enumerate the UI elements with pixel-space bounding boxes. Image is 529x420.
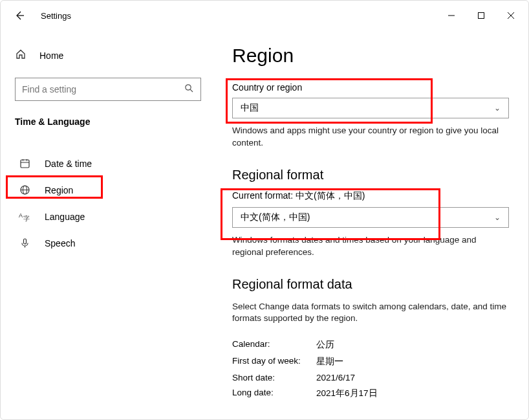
country-label: Country or region [232, 82, 509, 93]
titlebar: Settings [1, 1, 528, 30]
home-button[interactable]: Home [1, 43, 213, 67]
window-title: Settings [41, 11, 71, 21]
svg-rect-1 [479, 13, 484, 19]
country-description: Windows and apps might use your country … [232, 125, 509, 149]
svg-text:字: 字 [23, 215, 30, 222]
format-key: Calendar: [232, 339, 316, 351]
nav-label: Region [45, 185, 73, 195]
nav-item-speech[interactable]: Speech [1, 230, 213, 256]
nav-label: Language [45, 212, 85, 222]
nav-label: Date & time [45, 159, 92, 169]
format-value: 公历 [316, 339, 334, 351]
close-button[interactable] [496, 6, 526, 25]
search-icon [184, 83, 194, 95]
nav-item-region[interactable]: Region [1, 177, 213, 203]
settings-window: Settings Home [0, 0, 529, 420]
nav-label: Speech [45, 238, 75, 249]
minimize-button[interactable] [437, 6, 466, 25]
minimize-icon [448, 12, 455, 19]
chevron-down-icon: ⌄ [494, 104, 501, 113]
svg-text:A: A [19, 212, 23, 219]
format-key: Short date: [232, 373, 316, 382]
format-description: Windows formats dates and times based on… [232, 234, 509, 259]
format-row: First day of week: 星期一 [232, 353, 509, 370]
page-title: Region [232, 45, 509, 67]
svg-rect-15 [23, 239, 26, 244]
format-dropdown[interactable]: 中文(简体，中国) ⌄ [232, 207, 509, 228]
sidebar: Home Time & Language Date & time [1, 30, 213, 419]
svg-line-5 [190, 89, 193, 92]
format-value: 2021年6月17日 [316, 388, 378, 399]
regional-data-description: Select Change data formats to switch amo… [232, 301, 509, 326]
country-value: 中国 [241, 102, 259, 114]
globe-icon [19, 184, 30, 195]
regional-format-heading: Regional format [232, 168, 509, 182]
nav-item-date-time[interactable]: Date & time [1, 150, 213, 177]
back-button[interactable] [10, 10, 29, 21]
close-icon [507, 12, 515, 19]
svg-rect-6 [21, 160, 29, 168]
nav-item-language[interactable]: A字 Language [1, 203, 213, 230]
home-icon [15, 49, 27, 62]
country-dropdown[interactable]: 中国 ⌄ [232, 98, 509, 118]
home-label: Home [39, 50, 63, 61]
format-value: 中文(简体，中国) [241, 212, 310, 223]
format-row: Long date: 2021年6月17日 [232, 385, 509, 402]
search-input[interactable] [22, 84, 184, 94]
format-key: First day of week: [232, 356, 316, 368]
format-row: Calendar: 公历 [232, 337, 509, 353]
regional-data-heading: Regional format data [232, 277, 509, 292]
maximize-icon [477, 12, 485, 19]
nav-list: Date & time Region A字 Language [1, 137, 213, 256]
arrow-left-icon [14, 10, 25, 21]
clock-icon [19, 158, 30, 169]
maximize-button[interactable] [466, 6, 496, 25]
window-controls [437, 6, 526, 25]
format-row: Short date: 2021/6/17 [232, 370, 509, 385]
current-format-label: Current format: 中文(简体，中国) [232, 190, 509, 202]
microphone-icon [19, 238, 30, 249]
format-key: Long date: [232, 388, 316, 399]
svg-point-4 [186, 85, 191, 90]
category-heading: Time & Language [1, 113, 213, 137]
format-value: 星期一 [316, 356, 343, 368]
format-value: 2021/6/17 [316, 373, 355, 382]
search-box[interactable] [15, 78, 201, 101]
chevron-down-icon: ⌄ [494, 213, 501, 222]
language-icon: A字 [19, 211, 30, 222]
main-content: Region Country or region 中国 ⌄ Windows an… [213, 30, 528, 419]
